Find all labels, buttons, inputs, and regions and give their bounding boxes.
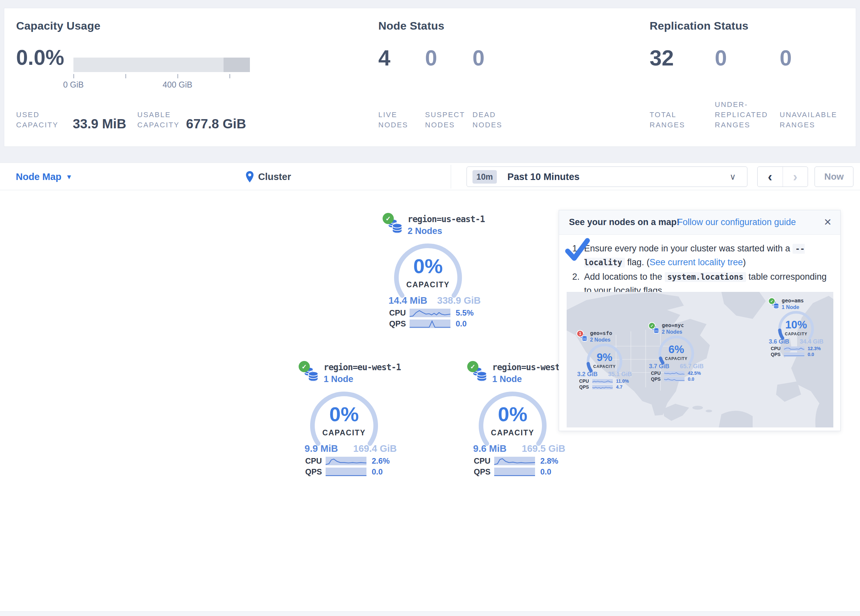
locality-name: geo=sfo	[590, 330, 612, 336]
qps-sparkline	[494, 468, 535, 476]
used-value: 3.6 GiB	[769, 338, 789, 345]
cpu-sparkline	[784, 346, 804, 351]
region-node-count-link[interactable]: 1 Node	[324, 374, 353, 384]
instruction-step-1: 1. Ensure every node in your cluster was…	[572, 242, 831, 270]
used-value: 14.4 MiB	[389, 295, 427, 306]
time-range-label: Past 10 Minutes	[507, 171, 579, 182]
cpu-row: CPU 2.8%	[474, 456, 559, 466]
capacity-gauge-percent: 0%	[476, 403, 549, 426]
qps-row: QPS 0.0	[389, 319, 466, 328]
dead-nodes-label: DEAD NODES	[472, 110, 512, 130]
configuration-guide-link[interactable]: Follow our configuration guide	[677, 217, 796, 227]
capacity-gauge-caption: CAPACITY	[476, 428, 549, 437]
total-ranges-label: TOTAL RANGES	[650, 110, 696, 130]
cpu-sparkline	[326, 457, 366, 465]
total-ranges-count: 32	[650, 47, 674, 69]
total-value: 35.1 GiB	[608, 371, 632, 378]
qps-value: 4.7	[616, 384, 622, 390]
time-range-badge: 10m	[472, 170, 497, 183]
cpu-value: 42.5%	[688, 370, 701, 376]
qps-row: QPS 0.0	[305, 467, 383, 476]
popup-header: See your nodes on a map! Follow our conf…	[559, 210, 840, 235]
live-nodes-count: 4	[378, 47, 391, 69]
qps-label: QPS	[305, 467, 326, 476]
qps-row: QPS 0.0	[651, 376, 694, 382]
qps-value: 0.0	[456, 319, 466, 328]
now-button[interactable]: Now	[814, 166, 854, 187]
capacity-values: 14.4 MiB 338.9 GiB	[389, 295, 481, 306]
caret-down-icon: ▾	[67, 173, 71, 181]
cluster-summary-panel: Capacity Usage 0.0% 0 GiB 400 GiB USED C…	[4, 8, 856, 147]
capacity-gauge-caption: CAPACITY	[392, 281, 464, 289]
cpu-sparkline	[494, 457, 535, 465]
suspect-nodes-count: 0	[425, 47, 437, 69]
capacity-usage-title: Capacity Usage	[16, 19, 100, 32]
qps-row: QPS 0.0	[474, 467, 551, 476]
qps-sparkline	[326, 468, 366, 476]
healthy-check-icon: ✓	[467, 361, 479, 372]
total-value: 169.4 GiB	[353, 443, 397, 454]
qps-label: QPS	[474, 467, 494, 476]
dead-nodes-count: 0	[472, 47, 485, 69]
cpu-row: CPU 12.3%	[771, 346, 821, 351]
cpu-sparkline	[664, 371, 684, 375]
qps-sparkline	[664, 377, 684, 381]
qps-sparkline	[784, 353, 804, 357]
suspect-nodes-label: SUSPECT NODES	[425, 110, 471, 130]
cpu-value: 11.0%	[616, 378, 629, 384]
time-range-dropdown[interactable]: 10m Past 10 Minutes ∨	[466, 166, 747, 187]
time-step-forward-button[interactable]: ›	[783, 167, 808, 187]
view-selector-dropdown[interactable]: Node Map ▾	[16, 163, 71, 191]
region-group-us-east-1[interactable]: ✓ region=us-east-1 2 Nodes 0% CAPACITY 1…	[382, 212, 487, 331]
region-group-us-west-1[interactable]: ✓ region=us-west-1 1 Node 0% CAPACITY 9.…	[466, 361, 572, 480]
qps-label: QPS	[389, 319, 410, 328]
qps-row: QPS 0.0	[771, 352, 814, 357]
toolbar-divider	[451, 165, 451, 188]
cpu-value: 2.6%	[372, 456, 390, 466]
cpu-value: 5.5%	[456, 308, 474, 318]
under-replicated-label: UNDER-REPLICATED RANGES	[715, 99, 776, 130]
unavailable-ranges-count: 0	[780, 47, 792, 69]
time-step-back-button[interactable]: ‹	[758, 167, 783, 187]
region-name: region=us-east-1	[408, 214, 485, 224]
capacity-values: 9.6 MiB 169.5 GiB	[473, 443, 565, 454]
region-name: region=eu-west-1	[324, 362, 401, 372]
usable-capacity-label: USABLE CAPACITY	[137, 110, 193, 130]
region-node-count-link[interactable]: 2 Nodes	[408, 226, 442, 236]
total-value: 338.9 GiB	[437, 295, 481, 306]
capacity-gauge-caption: CAPACITY	[656, 356, 696, 361]
used-capacity-label: USED CAPACITY	[16, 110, 69, 130]
locality-tree-link[interactable]: See current locality tree	[650, 257, 743, 267]
capacity-axis-tick-0: 0 GiB	[54, 80, 93, 89]
region-node-count-link[interactable]: 1 Node	[492, 374, 522, 384]
capacity-gauge-caption: CAPACITY	[585, 364, 624, 369]
capacity-values: 9.9 MiB 169.4 GiB	[304, 443, 397, 454]
close-icon[interactable]: ✕	[824, 216, 832, 228]
under-replicated-count: 0	[715, 47, 727, 69]
breadcrumb[interactable]: Cluster	[245, 163, 291, 191]
locality-name: geo=nyc	[662, 322, 684, 328]
qps-sparkline	[410, 320, 450, 328]
region-group-eu-west-1[interactable]: ✓ region=eu-west-1 1 Node 0% CAPACITY 9.…	[298, 361, 403, 480]
cpu-row: CPU 42.5%	[651, 370, 701, 376]
cpu-sparkline	[592, 379, 613, 383]
healthy-check-icon: ✓	[383, 213, 394, 224]
alert-count-badge: 1	[576, 330, 584, 337]
used-value: 3.7 GiB	[649, 363, 669, 370]
qps-value: 0.0	[540, 467, 551, 476]
cpu-value: 12.3%	[808, 346, 821, 351]
total-value: 169.5 GiB	[522, 443, 565, 454]
qps-value: 0.0	[372, 467, 383, 476]
capacity-gauge-caption: CAPACITY	[776, 332, 816, 336]
view-toolbar: Node Map ▾ Cluster 10m Past 10 Minutes ∨…	[0, 163, 860, 190]
usable-capacity-value: 677.8 GiB	[186, 116, 246, 131]
qps-value: 0.0	[688, 376, 694, 382]
replication-status-title: Replication Status	[650, 19, 749, 32]
breadcrumb-label: Cluster	[258, 171, 291, 182]
cpu-label: CPU	[305, 456, 326, 466]
used-value: 9.9 MiB	[304, 443, 338, 454]
page-footer-strip	[0, 611, 860, 616]
capacity-gauge-percent: 0%	[308, 403, 380, 426]
capacity-gauge-caption: CAPACITY	[308, 428, 380, 437]
chevron-down-icon: ∨	[730, 172, 736, 182]
